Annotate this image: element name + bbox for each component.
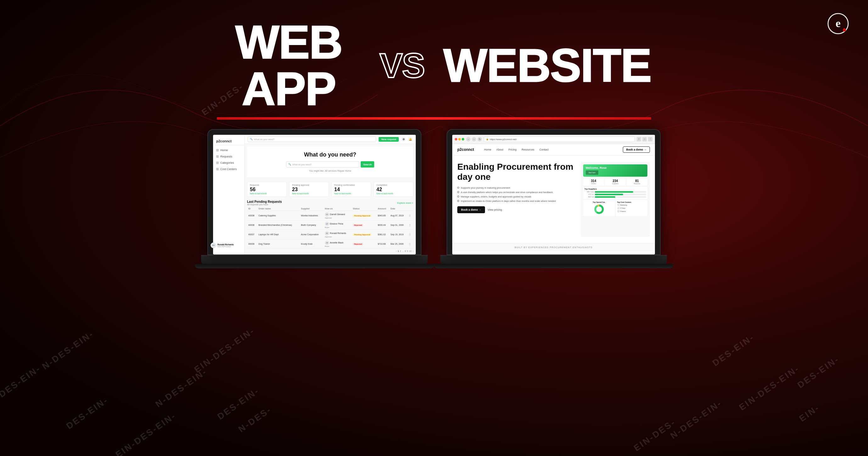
mini-user-items: Marketing IT Dept (617, 204, 646, 212)
status-badge: Rejected (353, 243, 363, 245)
cell-person: ABAnnette BlackBuyer (323, 239, 351, 249)
new-request-button[interactable]: New request (379, 137, 399, 142)
close-window-button[interactable] (455, 138, 457, 140)
bullet-dot-3 (457, 196, 459, 197)
page-8[interactable]: 8 (405, 250, 406, 252)
bullet-1: Supports your journey in maturing procur… (457, 187, 576, 189)
sidebar-item-cost-centers[interactable]: Cost Centers (213, 166, 244, 172)
mini-bar-fill (595, 194, 623, 195)
hero-search-icon: 🔍 (288, 163, 291, 166)
mini-user-item: Finance (617, 210, 646, 212)
stat-pending-confirmation-change: New vs last month (334, 192, 368, 195)
browser-nav-buttons: ‹ › ↻ (466, 137, 482, 141)
nav-about[interactable]: About (496, 148, 503, 151)
cell-status: Pending Approval (351, 230, 376, 239)
webapp-main-area: 🔍 What do you need? New request ⚙ 🔔 What… (245, 135, 416, 254)
cell-menu[interactable]: ⋮ (408, 221, 413, 230)
nav-contact[interactable]: Contact (539, 148, 549, 151)
bullet-2: A user-friendly platform which helps you… (457, 191, 576, 194)
stat-pending-confirmation: Pending confirmation 14 New vs last mont… (332, 182, 371, 197)
sidebar-item-requests[interactable]: Requests (213, 153, 244, 160)
title-row: WEB APP VS WEBSITE (217, 19, 651, 112)
hero-search-button[interactable]: Search (361, 161, 374, 168)
nav-pricing[interactable]: Pricing (508, 148, 517, 151)
browser-reload-button[interactable]: ↻ (477, 137, 482, 141)
col-date: Date (389, 207, 408, 211)
webapp-sidebar: p2connct Home Requests Cat (213, 135, 245, 254)
laptop-base-left (201, 255, 428, 264)
user-role: CEO P2P Connct (217, 246, 234, 248)
cell-order: Branded Merchandise (Christmas) (257, 221, 300, 230)
table-header-row: ID Order name Supplier How on Status Amo… (247, 207, 413, 211)
cell-menu[interactable]: ⋮ (408, 211, 413, 221)
user-profile-area: RR Ronald Richards CEO P2P Connct (213, 243, 234, 248)
mini-bar-3: DEF Ltd (584, 196, 646, 198)
webapp-table-title: Last Pending Requests (247, 200, 282, 203)
website-cta-buttons: Book a demo → View pricing (457, 206, 576, 213)
browser-menu-icon[interactable]: ⋮ (648, 137, 652, 141)
col-order: Order name (257, 207, 300, 211)
mini-bar-fill (595, 191, 633, 193)
laptop-base-right (440, 255, 667, 264)
website-view-pricing-link[interactable]: View pricing (488, 206, 502, 213)
status-badge: Pending Approval (353, 215, 371, 217)
table-title-area: Last Pending Requests All requests you h… (247, 200, 282, 206)
svg-point-2 (843, 28, 846, 31)
pagination-next[interactable]: › (412, 250, 413, 252)
page-1[interactable]: 1 (398, 250, 399, 252)
mini-bar-track (595, 191, 646, 193)
browser-share-icon[interactable]: ⇧ (637, 137, 641, 141)
mini-donut-section: Top Spend Cat. (583, 200, 615, 216)
sidebar-item-home[interactable]: Home (213, 147, 244, 153)
url-text: https://www.p2connct.net/ (490, 138, 517, 141)
pagination-prev[interactable]: ‹ (396, 250, 397, 252)
nav-home[interactable]: Home (484, 148, 491, 151)
cell-menu[interactable]: ⋮ (408, 230, 413, 239)
sidebar-item-categories[interactable]: Categories (213, 160, 244, 166)
page-2[interactable]: 2 (400, 250, 401, 252)
mini-start-here-btn[interactable]: Start here (586, 170, 598, 175)
webapp-table-subtitle: All requests you have (247, 203, 282, 206)
user-info: Ronald Richards CEO P2P Connct (217, 244, 234, 248)
mini-user-item: IT Dept (617, 207, 646, 209)
mini-user-name: Finance (620, 210, 626, 212)
laptop-notch-left (302, 130, 327, 134)
hero-search-placeholder: What do you need? (292, 164, 312, 166)
cell-date: Mar 25, 2006 (389, 239, 408, 249)
browser-url-bar[interactable]: 🔒 https://www.p2connct.net/ (484, 136, 635, 142)
cell-menu[interactable]: ⋮ (408, 239, 413, 249)
webapp-stats-row: Requests 56 New vs last month Pending ap… (245, 180, 416, 199)
website-hero-left: Enabling Procurement from day one Suppor… (457, 162, 576, 237)
cell-supplier: Krusty Krab (300, 239, 323, 249)
website-book-demo-button[interactable]: Book a demo → (457, 206, 485, 213)
webapp-laptop: p2connct Home Requests Cat (208, 129, 422, 268)
ssl-lock-icon: 🔒 (486, 138, 489, 140)
bullet-3: Manage suppliers, orders, budgets and ap… (457, 195, 576, 198)
page-9[interactable]: 9 (407, 250, 408, 252)
settings-icon[interactable]: ⚙ (401, 137, 406, 141)
notification-icon[interactable]: 🔔 (408, 137, 412, 141)
browser-back-button[interactable]: ‹ (466, 137, 470, 141)
webapp-search-input[interactable]: 🔍 What do you need? (248, 136, 376, 142)
laptops-row: p2connct Home Requests Cat (208, 129, 660, 268)
browser-bookmark-icon[interactable]: ☆ (642, 137, 647, 141)
sidebar-requests-label: Requests (220, 155, 232, 158)
maximize-window-button[interactable] (462, 138, 464, 140)
explore-more-link[interactable]: Explore more > (397, 202, 413, 204)
mini-user-name: Marketing (620, 204, 627, 206)
svg-text:e: e (836, 17, 841, 30)
bullet-4: Implement an intake-to-Order platform in… (457, 200, 576, 202)
stat-completed-change: New vs last month (376, 192, 410, 195)
nav-resources[interactable]: Resources (522, 148, 534, 151)
hero-search-input[interactable]: 🔍 What do you need? (286, 161, 360, 168)
cell-supplier: Bluth Company (300, 221, 323, 230)
minimize-window-button[interactable] (458, 138, 461, 140)
page-10[interactable]: 10 (409, 250, 412, 252)
cell-amount: $943.85 (376, 211, 389, 221)
mini-bottom-row: Top Spend Cat. (583, 200, 647, 216)
laptop-hinge-left (195, 264, 434, 268)
website-nav-book-demo-button[interactable]: Book a demo → (623, 146, 650, 153)
mini-chart-section: Top Suppliers ABC Corp (583, 187, 647, 199)
browser-action-buttons: ⇧ ☆ ⋮ (637, 137, 652, 141)
browser-forward-button[interactable]: › (472, 137, 476, 141)
